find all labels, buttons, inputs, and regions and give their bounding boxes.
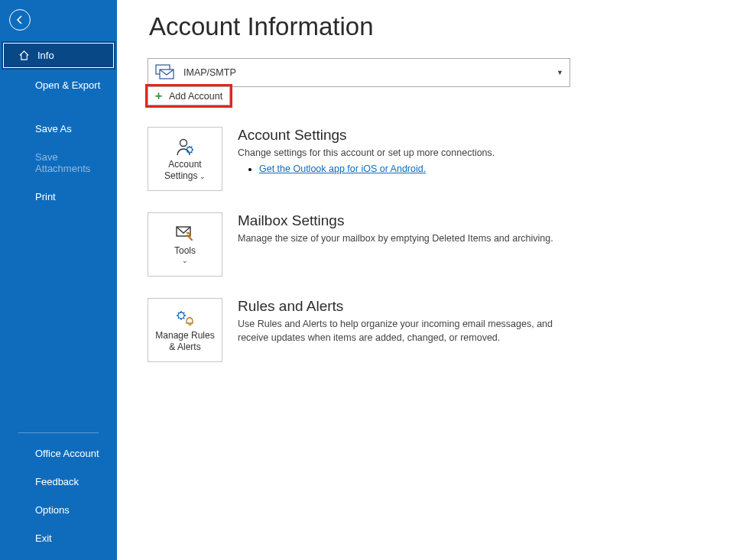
- section-heading: Mailbox Settings: [238, 212, 574, 229]
- sidebar-item-label: Save Attachments: [35, 151, 90, 174]
- sidebar-item-label: Options: [35, 504, 70, 516]
- account-dropdown[interactable]: IMAP/SMTP ▼: [148, 58, 570, 87]
- envelope-wrench-icon: [175, 223, 195, 243]
- mail-account-icon: [154, 63, 176, 82]
- account-type-label: IMAP/SMTP: [183, 67, 236, 78]
- section-desc: Use Rules and Alerts to help organize yo…: [238, 318, 574, 345]
- sidebar-item-print[interactable]: Print: [0, 183, 117, 211]
- add-account-label: Add Account: [169, 91, 222, 102]
- sidebar-item-label: Office Account: [35, 448, 99, 459]
- backstage-sidebar: Info Open & Export Save As Save Attachme…: [0, 0, 117, 560]
- sidebar-item-label: Exit: [35, 532, 52, 544]
- chevron-down-icon: ⌄: [174, 257, 196, 265]
- sidebar-bottom: Office Account Feedback Options Exit: [0, 426, 117, 560]
- chevron-down-icon: ▼: [556, 69, 563, 76]
- home-icon: [18, 50, 30, 61]
- person-gear-icon: [175, 137, 195, 157]
- sidebar-item-label: Info: [37, 50, 54, 61]
- sidebar-item-label: Print: [35, 191, 56, 202]
- rules-alerts-text: Rules and Alerts Use Rules and Alerts to…: [238, 298, 574, 362]
- chevron-down-icon: ⌄: [197, 173, 206, 180]
- account-settings-tile[interactable]: Account Settings ⌄: [148, 127, 222, 191]
- sidebar-item-info[interactable]: Info: [2, 41, 115, 70]
- sidebar-item-exit[interactable]: Exit: [0, 524, 117, 552]
- sidebar-divider: [18, 432, 99, 433]
- section-heading: Rules and Alerts: [238, 298, 574, 315]
- sidebar-item-feedback[interactable]: Feedback: [0, 468, 117, 496]
- mailbox-settings-text: Mailbox Settings Manage the size of your…: [238, 212, 574, 277]
- back-arrow-icon: [9, 9, 31, 31]
- tools-tile[interactable]: Tools ⌄: [148, 212, 222, 277]
- sidebar-item-label: Save As: [35, 123, 72, 134]
- sidebar-item-save-attachments: Save Attachments: [0, 143, 117, 183]
- outlook-app-link[interactable]: Get the Outlook app for iOS or Android.: [259, 163, 426, 174]
- back-button[interactable]: [0, 0, 117, 40]
- plus-icon: ＋: [153, 89, 164, 103]
- tile-label: Manage Rules & Alerts: [155, 330, 214, 353]
- account-settings-text: Account Settings Change settings for thi…: [238, 127, 574, 191]
- sidebar-item-label: Open & Export: [35, 79, 100, 91]
- section-desc: Manage the size of your mailbox by empty…: [238, 232, 574, 246]
- section-rules-alerts: Manage Rules & Alerts Rules and Alerts U…: [148, 298, 743, 362]
- sidebar-item-options[interactable]: Options: [0, 496, 117, 524]
- tile-label: Account Settings ⌄: [164, 159, 206, 182]
- section-heading: Account Settings: [238, 127, 574, 144]
- section-mailbox-settings: Tools ⌄ Mailbox Settings Manage the size…: [148, 212, 743, 277]
- rules-alerts-tile[interactable]: Manage Rules & Alerts: [148, 298, 222, 362]
- links-list: Get the Outlook app for iOS or Android.: [238, 163, 574, 174]
- sidebar-item-label: Feedback: [35, 476, 79, 487]
- sidebar-item-save-as[interactable]: Save As: [0, 115, 117, 143]
- section-desc: Change settings for this account or set …: [238, 147, 574, 160]
- sidebar-item-office-account[interactable]: Office Account: [0, 439, 117, 468]
- svg-point-2: [180, 139, 187, 146]
- tile-label: Tools ⌄: [174, 245, 196, 265]
- sidebar-item-open-export[interactable]: Open & Export: [0, 71, 117, 99]
- page-title: Account Information: [149, 12, 743, 41]
- gear-bell-icon: [175, 308, 195, 328]
- section-account-settings: Account Settings ⌄ Account Settings Chan…: [148, 127, 743, 191]
- main-content: Account Information IMAP/SMTP ▼ ＋ Add Ac…: [117, 0, 743, 560]
- add-account-button[interactable]: ＋ Add Account: [148, 86, 230, 105]
